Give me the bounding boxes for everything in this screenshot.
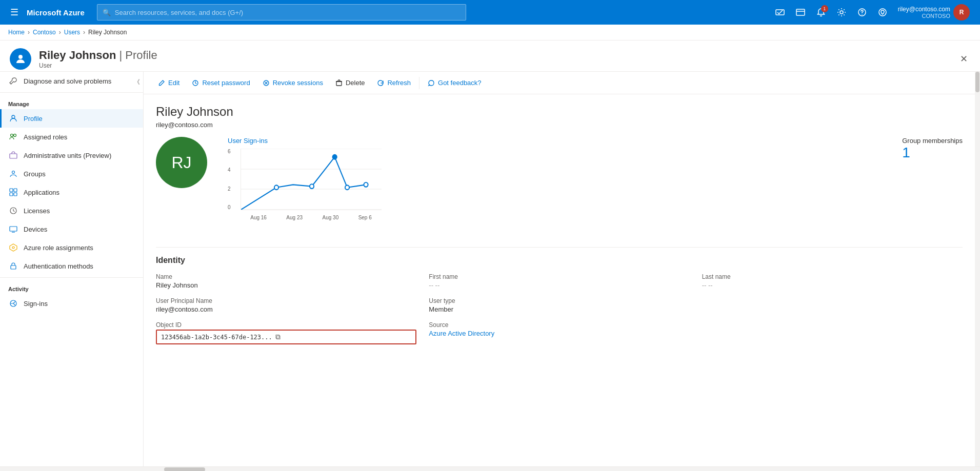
user-avatar-large: RJ <box>156 137 207 188</box>
sidebar-item-profile-label: Profile <box>24 115 43 122</box>
breadcrumb-users[interactable]: Users <box>64 29 80 36</box>
revoke-sessions-button[interactable]: Revoke sessions <box>256 76 329 90</box>
search-box[interactable]: 🔍 <box>97 4 466 21</box>
identity-title: Identity <box>156 247 963 265</box>
sidebar-divider-2 <box>0 277 143 278</box>
chart-x-labels: Aug 16 Aug 23 Aug 30 Sep 6 <box>241 215 382 220</box>
sidebar-item-applications-label: Applications <box>24 189 59 196</box>
user-info: riley@contoso.com CONTOSO <box>898 6 950 19</box>
sidebar-item-licenses[interactable]: Licenses <box>0 201 143 220</box>
svg-rect-17 <box>10 227 17 231</box>
person-icon <box>8 113 18 124</box>
azure-roles-icon <box>8 242 18 253</box>
name-value: Riley Johnson <box>156 281 416 289</box>
svg-point-32 <box>345 185 349 190</box>
svg-point-9 <box>14 134 16 137</box>
svg-point-31 <box>332 154 337 160</box>
directory-icon[interactable] <box>791 3 810 22</box>
help-icon[interactable] <box>853 3 871 22</box>
sidebar-item-groups[interactable]: Groups <box>0 165 143 183</box>
first-name-label: First name <box>429 273 689 280</box>
content-area: Edit Reset password Revoke sessions Dele… <box>144 72 975 466</box>
sidebar-item-sign-ins-label: Sign-ins <box>24 300 48 308</box>
breadcrumb: Home › Contoso › Users › Riley Johnson <box>0 25 980 40</box>
admin-icon <box>8 150 18 160</box>
reset-password-button[interactable]: Reset password <box>186 76 256 90</box>
delete-button[interactable]: Delete <box>329 76 371 90</box>
svg-rect-10 <box>10 154 17 158</box>
group-memberships-label: Group memberships <box>902 137 963 145</box>
devices-icon <box>8 224 18 234</box>
sidebar-item-auth-methods[interactable]: Authentication methods <box>0 257 143 275</box>
top-navigation: ☰ Microsoft Azure 🔍 1 riley@contoso.com … <box>0 0 980 25</box>
identity-section: Identity Name Riley Johnson First name -… <box>144 247 975 357</box>
chart-y-labels: 6 4 2 0 <box>228 149 238 210</box>
nav-actions: 1 riley@contoso.com CONTOSO R <box>771 0 974 25</box>
svg-rect-15 <box>14 193 17 196</box>
svg-rect-14 <box>10 193 13 196</box>
source-value[interactable]: Azure Active Directory <box>429 330 494 337</box>
user-type-label: User type <box>429 297 689 304</box>
got-feedback-button[interactable]: Got feedback? <box>422 76 488 90</box>
copy-icon[interactable]: ⧉ <box>275 333 281 341</box>
breadcrumb-contoso[interactable]: Contoso <box>33 29 56 36</box>
groups-icon <box>8 169 18 179</box>
sidebar-item-diagnose[interactable]: Diagnose and solve problems <box>0 72 143 90</box>
close-button[interactable]: ✕ <box>955 51 972 67</box>
page-header: Riley Johnson | Profile User ✕ <box>0 40 980 72</box>
scroll-thumb <box>975 72 979 92</box>
sidebar-item-assigned-roles[interactable]: Assigned roles <box>0 128 143 146</box>
upn-label: User Principal Name <box>156 297 416 304</box>
search-input[interactable] <box>115 9 461 16</box>
feedback-icon[interactable] <box>873 3 892 22</box>
edit-button[interactable]: Edit <box>152 76 186 90</box>
hamburger-menu[interactable]: ☰ <box>6 3 23 22</box>
sidebar-divider-1 <box>0 92 143 93</box>
refresh-button[interactable]: Refresh <box>371 76 417 90</box>
sidebar-item-auth-methods-label: Authentication methods <box>24 262 93 270</box>
sidebar-item-admin-units-label: Administrative units (Preview) <box>24 152 111 159</box>
breadcrumb-home[interactable]: Home <box>8 29 25 36</box>
sidebar-item-sign-ins[interactable]: Sign-ins <box>0 294 143 313</box>
svg-rect-13 <box>14 189 17 192</box>
sidebar-item-profile[interactable]: Profile <box>0 109 143 128</box>
cloud-shell-icon[interactable] <box>771 3 789 22</box>
svg-rect-20 <box>11 265 16 269</box>
roles-icon <box>8 132 18 142</box>
wrench-icon <box>8 76 18 86</box>
settings-icon[interactable] <box>832 3 851 22</box>
sidebar-item-applications[interactable]: Applications <box>0 183 143 201</box>
last-name-label: Last name <box>702 273 963 280</box>
user-profile-nav[interactable]: riley@contoso.com CONTOSO R <box>894 0 974 25</box>
sidebar-item-groups-label: Groups <box>24 170 46 178</box>
svg-marker-18 <box>10 244 17 251</box>
sidebar-manage-label: Manage <box>0 95 143 109</box>
profile-main: RJ User Sign-ins 6 4 2 0 <box>156 137 963 220</box>
sidebar-item-azure-roles[interactable]: Azure role assignments <box>0 238 143 257</box>
chart-section: User Sign-ins 6 4 2 0 <box>228 137 851 220</box>
group-memberships-count: 1 <box>902 145 963 161</box>
user-name-large: Riley Johnson <box>156 105 963 119</box>
auth-icon <box>8 261 18 271</box>
field-first-name: First name -- -- <box>429 273 689 289</box>
svg-rect-12 <box>10 189 13 192</box>
sidebar-item-devices[interactable]: Devices <box>0 220 143 238</box>
user-avatar: R <box>953 4 970 21</box>
upn-value: riley@contoso.com <box>156 305 416 313</box>
main-layout: 《 Diagnose and solve problems Manage Pro… <box>0 72 980 466</box>
user-email: riley@contoso.com <box>898 6 950 13</box>
licenses-icon <box>8 206 18 216</box>
chart-title[interactable]: User Sign-ins <box>228 137 851 145</box>
chart-area <box>241 149 382 210</box>
svg-point-8 <box>11 134 13 137</box>
svg-point-4 <box>862 14 863 15</box>
notifications-icon[interactable]: 1 <box>812 3 830 22</box>
sidebar-item-admin-units[interactable]: Administrative units (Preview) <box>0 146 143 165</box>
object-id-label: Object ID <box>156 321 416 329</box>
field-user-type: User type Member <box>429 297 689 313</box>
bottom-scrollbar[interactable] <box>0 466 980 471</box>
bottom-scroll-thumb <box>164 467 205 472</box>
page-title-separator: | Profile <box>119 49 157 62</box>
signin-icon <box>8 298 18 309</box>
content-scrollbar[interactable] <box>975 72 980 466</box>
